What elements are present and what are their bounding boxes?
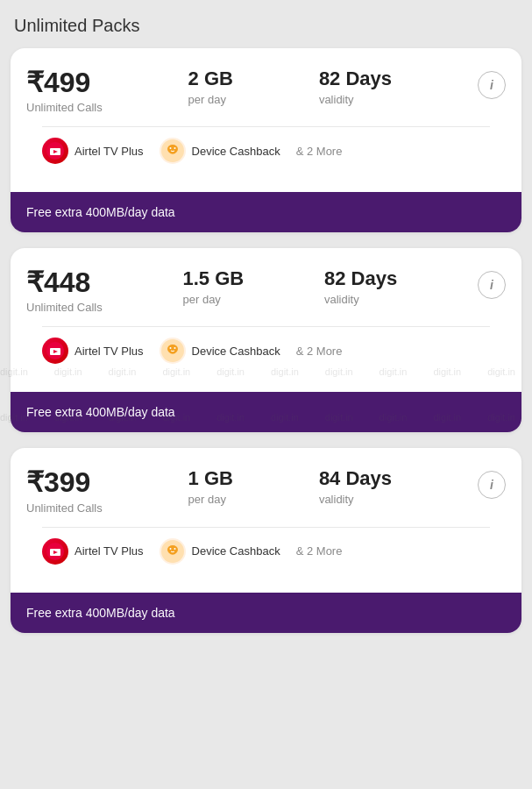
benefit-more: & 2 More [296,345,343,358]
airtel-tv-label: Airtel TV Plus [74,145,144,158]
cashback-label: Device Cashback [192,544,280,558]
data-sub: per day [183,293,221,306]
airtel-tv-label: Airtel TV Plus [74,544,144,558]
price: ₹448 [26,267,103,298]
data-value: 1.5 GB [183,267,245,290]
svg-point-13 [174,347,175,349]
svg-point-20 [174,548,175,550]
data-block: 1 GB per day [188,467,233,506]
info-button[interactable]: i [478,471,506,499]
data-sub: per day [188,493,226,506]
price-block: ₹399 Unlimited Calls [26,467,103,514]
benefits-row: Airtel TV Plus Device Cashback [26,338,506,380]
data-block: 1.5 GB per day [183,267,245,306]
airtel-tv-icon [42,338,68,364]
validity-sub: validity [319,93,354,106]
validity-block: 82 Days validity [324,267,397,306]
card-divider [42,326,490,327]
cashback-icon [160,138,186,164]
footer-text: Free extra 400MB/day data [26,205,175,219]
cashback-icon [160,538,186,565]
card-divider [42,126,490,127]
svg-point-6 [174,147,175,149]
validity-value: 84 Days [319,467,392,490]
data-value: 1 GB [188,467,233,490]
page-title: Unlimited Packs [0,0,532,48]
benefit-cashback: Device Cashback [160,538,280,565]
cashback-label: Device Cashback [192,145,280,158]
card-top: ₹399 Unlimited Calls 1 GB per day 84 Day… [11,448,521,592]
svg-point-12 [169,347,171,349]
validity-value: 82 Days [324,267,397,290]
info-button[interactable]: i [478,271,506,299]
benefit-more: & 2 More [296,544,343,558]
price: ₹399 [26,467,103,498]
airtel-tv-label: Airtel TV Plus [74,345,144,358]
plan-card-499: ₹499 Unlimited Calls 2 GB per day 82 Day… [11,48,521,232]
validity-sub: validity [324,293,359,306]
price-sub: Unlimited Calls [26,101,103,114]
data-value: 2 GB [188,68,233,90]
plan-card-448: ₹448 Unlimited Calls 1.5 GB per day 82 D… [11,248,521,432]
airtel-tv-icon [42,138,68,164]
benefit-more: & 2 More [296,145,343,158]
plan-card-399: ₹399 Unlimited Calls 1 GB per day 84 Day… [11,448,521,632]
validity-block: 82 Days validity [319,68,392,106]
card-divider [42,527,490,528]
card-main-row: ₹399 Unlimited Calls 1 GB per day 84 Day… [26,467,506,514]
card-footer[interactable]: Free extra 400MB/day data [11,392,521,432]
cashback-icon [160,338,186,364]
benefit-cashback: Device Cashback [160,138,280,164]
price-sub: Unlimited Calls [26,301,103,314]
footer-text: Free extra 400MB/day data [26,405,175,419]
validity-block: 84 Days validity [319,467,392,506]
airtel-tv-icon [42,538,68,565]
benefits-row: Airtel TV Plus Device Cashback [26,538,506,580]
benefits-row: Airtel TV Plus Device Cashback [26,138,506,180]
benefit-cashback: Device Cashback [160,338,280,364]
benefit-airtel-tv: Airtel TV Plus [42,338,144,364]
card-top: ₹448 Unlimited Calls 1.5 GB per day 82 D… [11,248,521,392]
svg-point-5 [169,147,171,149]
price-block: ₹499 Unlimited Calls [26,68,103,114]
info-button[interactable]: i [478,71,506,99]
benefit-airtel-tv: Airtel TV Plus [42,538,144,565]
card-main-row: ₹499 Unlimited Calls 2 GB per day 82 Day… [26,68,506,114]
card-footer[interactable]: Free extra 400MB/day data [11,192,521,232]
data-block: 2 GB per day [188,68,233,106]
footer-text: Free extra 400MB/day data [26,606,175,620]
card-top: ₹499 Unlimited Calls 2 GB per day 82 Day… [11,48,521,192]
cards-container: ₹499 Unlimited Calls 2 GB per day 82 Day… [0,48,532,654]
cashback-label: Device Cashback [192,345,280,358]
price-block: ₹448 Unlimited Calls [26,267,103,314]
card-footer[interactable]: Free extra 400MB/day data [11,593,521,633]
benefit-airtel-tv: Airtel TV Plus [42,138,144,164]
data-sub: per day [188,93,226,106]
validity-value: 82 Days [319,68,392,90]
validity-sub: validity [319,493,354,506]
card-main-row: ₹448 Unlimited Calls 1.5 GB per day 82 D… [26,267,506,314]
price: ₹499 [26,68,103,98]
price-sub: Unlimited Calls [26,501,103,515]
svg-point-19 [169,548,171,550]
